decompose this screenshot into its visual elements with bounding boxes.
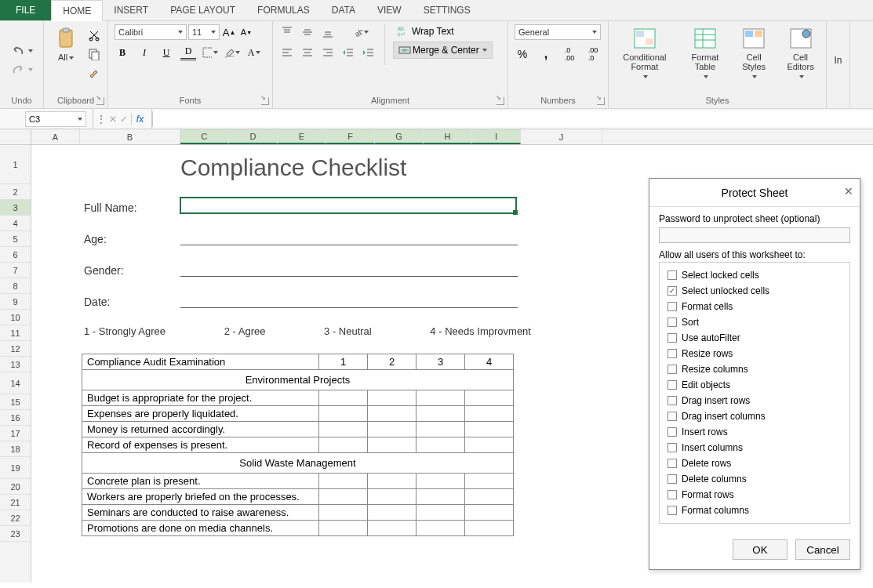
rating-cell[interactable] xyxy=(319,489,368,505)
perm-select-locked-cells[interactable]: Select locked cells xyxy=(667,267,842,283)
fontsize-select[interactable]: 11 xyxy=(188,24,220,40)
perm-select-unlocked-cells[interactable]: ✓Select unlocked cells xyxy=(667,283,842,299)
format-painter-button[interactable] xyxy=(86,65,102,81)
name-box[interactable]: C3 xyxy=(25,111,86,127)
item-cell[interactable]: Promotions are done on media channels. xyxy=(82,521,319,536)
col-header-F[interactable]: F xyxy=(326,129,375,144)
item-cell[interactable]: Seminars are conducted to raise awarenes… xyxy=(82,505,319,521)
increase-indent-button[interactable] xyxy=(361,45,376,60)
col-header-E[interactable]: E xyxy=(278,129,326,144)
row-header-5[interactable]: 5 xyxy=(0,231,31,247)
perm-insert-rows[interactable]: Insert rows xyxy=(667,424,842,440)
tab-page-layout[interactable]: PAGE LAYOUT xyxy=(159,0,246,20)
italic-button[interactable]: I xyxy=(136,45,152,60)
row-header-19[interactable]: 19 xyxy=(0,457,31,479)
item-cell[interactable]: Money is returned accordingly. xyxy=(82,422,319,437)
row-header-2[interactable]: 2 xyxy=(0,184,31,200)
perm-edit-objects[interactable]: Edit objects xyxy=(667,377,842,393)
numbers-dialog-launcher[interactable] xyxy=(597,97,605,105)
perm-format-rows[interactable]: Format rows xyxy=(667,487,842,503)
rating-cell[interactable] xyxy=(465,474,514,489)
row-header-16[interactable]: 16 xyxy=(0,410,31,426)
percent-button[interactable]: % xyxy=(515,46,530,62)
tab-view[interactable]: VIEW xyxy=(366,0,413,20)
cell-editors-button[interactable]: Cell Editors xyxy=(781,24,820,82)
col-header-I[interactable]: I xyxy=(472,129,521,144)
rating-cell[interactable] xyxy=(465,390,514,406)
row-header-10[interactable]: 10 xyxy=(0,310,31,325)
rating-cell[interactable] xyxy=(368,474,416,489)
row-header-12[interactable]: 12 xyxy=(0,341,31,357)
increase-decimal-button[interactable]: .0.00 xyxy=(562,46,577,62)
rating-cell[interactable] xyxy=(319,390,368,406)
row-header-13[interactable]: 13 xyxy=(0,357,31,372)
rating-cell[interactable] xyxy=(368,505,416,521)
paste-all-button[interactable]: All xyxy=(50,24,82,64)
rating-cell[interactable] xyxy=(368,422,416,437)
password-input[interactable] xyxy=(659,227,850,243)
increase-font-button[interactable]: A▲ xyxy=(221,24,237,40)
perm-use-autofilter[interactable]: Use autoFilter xyxy=(667,330,842,346)
cut-button[interactable] xyxy=(86,27,102,43)
dialog-close-button[interactable]: ✕ xyxy=(844,185,853,198)
item-cell[interactable]: Record of expenses is present. xyxy=(82,437,319,453)
col-header-H[interactable]: H xyxy=(424,129,472,144)
row-header-21[interactable]: 21 xyxy=(0,495,31,510)
align-top-button[interactable] xyxy=(279,24,295,40)
rating-cell[interactable] xyxy=(368,521,416,536)
font-select[interactable]: Calibri xyxy=(115,24,187,40)
rating-cell[interactable] xyxy=(465,505,514,521)
ok-button[interactable]: OK xyxy=(733,539,788,560)
double-underline-button[interactable]: D xyxy=(180,45,196,60)
item-cell[interactable]: Budget is appropriate for the project. xyxy=(82,390,319,406)
row-header-6[interactable]: 6 xyxy=(0,247,31,263)
row-header-8[interactable]: 8 xyxy=(0,278,31,294)
rating-cell[interactable] xyxy=(368,406,416,422)
item-cell[interactable]: Workers are properly briefed on the proc… xyxy=(82,489,319,505)
row-header-1[interactable]: 1 xyxy=(0,145,31,184)
fill-color-button[interactable] xyxy=(224,45,240,60)
perm-sort[interactable]: Sort xyxy=(667,314,842,330)
rating-cell[interactable] xyxy=(319,505,368,521)
comma-button[interactable]: , xyxy=(538,46,554,62)
perm-delete-columns[interactable]: Delete columns xyxy=(667,471,842,487)
tab-home[interactable]: HOME xyxy=(51,0,103,21)
col-header-J[interactable]: J xyxy=(521,129,602,144)
perm-resize-columns[interactable]: Resize columns xyxy=(667,361,842,377)
decrease-font-button[interactable]: A▼ xyxy=(238,24,254,40)
rating-cell[interactable] xyxy=(465,406,514,422)
col-header-D[interactable]: D xyxy=(229,129,278,144)
rating-cell[interactable] xyxy=(319,422,368,437)
perm-drag-insert-rows[interactable]: Drag insert rows xyxy=(667,393,842,408)
perm-delete-rows[interactable]: Delete rows xyxy=(667,456,842,471)
decrease-decimal-button[interactable]: .00.0 xyxy=(585,46,601,62)
rating-cell[interactable] xyxy=(416,422,465,437)
rating-cell[interactable] xyxy=(319,521,368,536)
row-header-17[interactable]: 17 xyxy=(0,426,31,441)
align-center-button[interactable] xyxy=(300,45,315,60)
row-header-23[interactable]: 23 xyxy=(0,526,31,542)
enter-formula-icon[interactable]: ✓ xyxy=(120,114,128,125)
col-header-G[interactable]: G xyxy=(375,129,424,144)
row-header-7[interactable]: 7 xyxy=(0,263,31,278)
age-input-line[interactable] xyxy=(180,230,518,245)
rating-cell[interactable] xyxy=(416,489,465,505)
rating-cell[interactable] xyxy=(368,489,416,505)
cancel-formula-icon[interactable]: ✕ xyxy=(109,114,117,125)
formula-input[interactable] xyxy=(152,111,873,127)
row-header-4[interactable]: 4 xyxy=(0,216,31,231)
rating-cell[interactable] xyxy=(465,521,514,536)
cell-styles-button[interactable]: Cell Styles xyxy=(736,24,772,82)
col-header-B[interactable]: B xyxy=(80,129,180,144)
wrap-text-button[interactable]: abc↵ Wrap Text xyxy=(393,24,493,38)
row-header-18[interactable]: 18 xyxy=(0,441,31,457)
rating-cell[interactable] xyxy=(416,474,465,489)
item-cell[interactable]: Concrete plan is present. xyxy=(82,474,319,489)
rating-cell[interactable] xyxy=(416,505,465,521)
alignment-dialog-launcher[interactable] xyxy=(497,97,504,105)
rating-cell[interactable] xyxy=(319,437,368,453)
rating-cell[interactable] xyxy=(319,474,368,489)
font-color-button[interactable]: A xyxy=(246,45,262,60)
align-middle-button[interactable] xyxy=(300,24,315,40)
rating-cell[interactable] xyxy=(416,406,465,422)
